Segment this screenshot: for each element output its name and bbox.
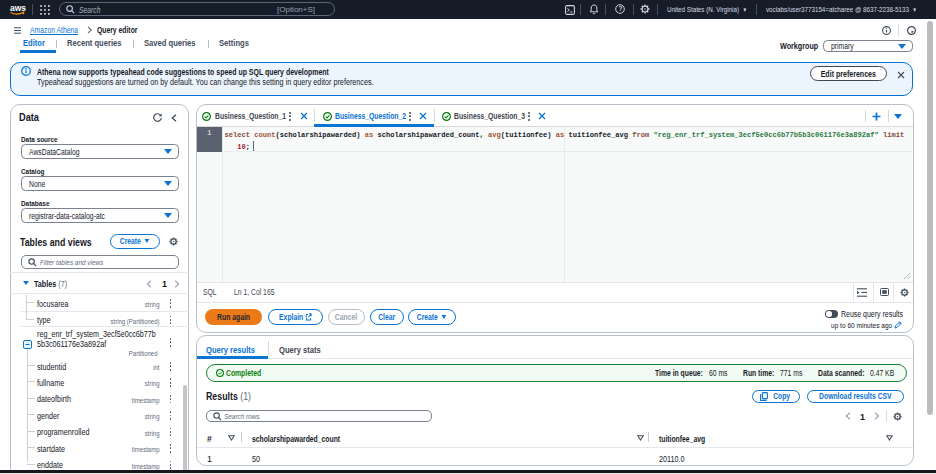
svg-text:aws: aws (10, 3, 26, 13)
svg-text:?: ? (618, 5, 622, 12)
